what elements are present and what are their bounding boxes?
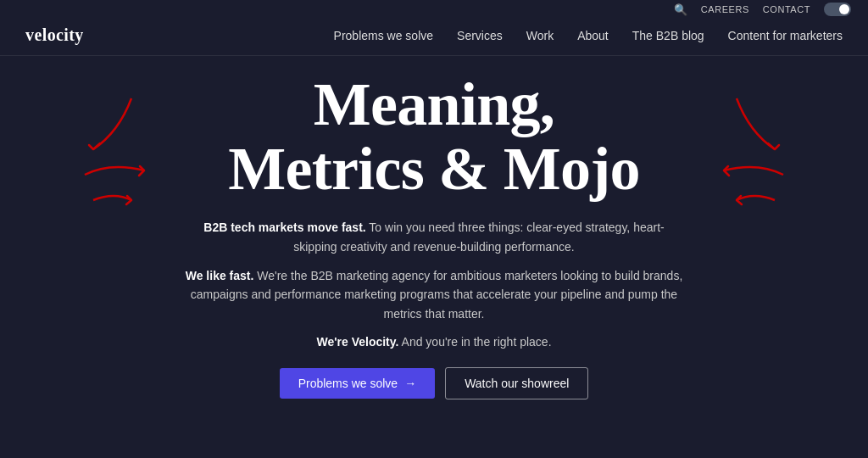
hero-title: Meaning, Metrics & Mojo <box>228 73 640 201</box>
careers-link[interactable]: CAREERS <box>701 4 749 14</box>
search-icon[interactable]: 🔍 <box>674 3 687 16</box>
main-nav: velocity Problems we solve Services Work… <box>0 19 868 56</box>
hero-subtitle-1: B2B tech markets move fast. To win you n… <box>188 218 680 256</box>
nav-services[interactable]: Services <box>457 29 503 42</box>
nav-work[interactable]: Work <box>526 29 554 42</box>
nav-about[interactable]: About <box>577 29 609 42</box>
watch-showreel-button[interactable]: Watch our showreel <box>445 367 588 399</box>
right-arrows-decoration <box>698 81 800 217</box>
nav-content[interactable]: Content for marketers <box>728 29 843 42</box>
hero-buttons: Problems we solve → Watch our showreel <box>280 367 589 399</box>
hero-section: Meaning, Metrics & Mojo B2B tech markets… <box>0 56 868 416</box>
hero-subtitle-3: We're Velocity. And you're in the right … <box>316 335 551 349</box>
logo[interactable]: velocity <box>25 25 84 45</box>
top-bar: 🔍 CAREERS CONTACT <box>0 0 868 19</box>
nav-links: Problems we solve Services Work About Th… <box>334 29 843 42</box>
contact-link[interactable]: CONTACT <box>763 4 810 14</box>
theme-toggle[interactable] <box>824 3 851 16</box>
hero-subtitle-2: We like fast. We're the B2B marketing ag… <box>180 266 688 323</box>
left-arrows-decoration <box>68 81 170 217</box>
nav-blog[interactable]: The B2B blog <box>632 29 704 42</box>
problems-we-solve-button[interactable]: Problems we solve → <box>280 368 436 399</box>
nav-problems[interactable]: Problems we solve <box>334 29 434 42</box>
